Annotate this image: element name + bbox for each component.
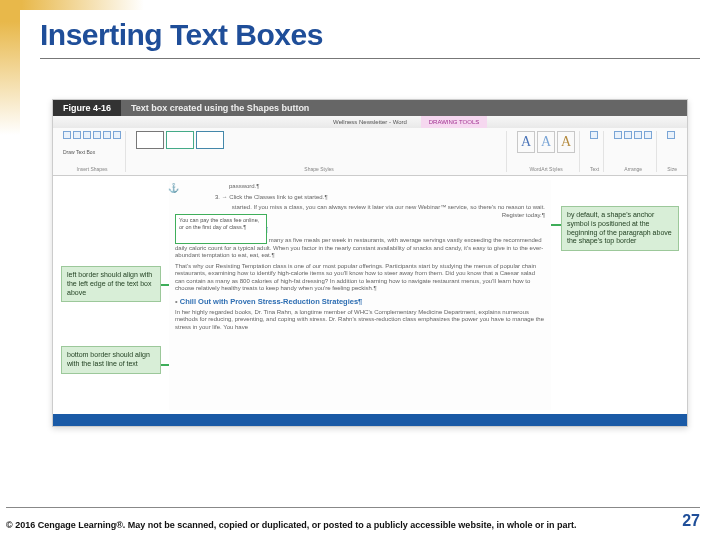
shape-icon — [103, 131, 111, 139]
callout-left-border: left border should align with the left e… — [61, 266, 161, 302]
ribbon-group-insert-shapes: Draw Text Box Insert Shapes — [59, 131, 126, 172]
heading-chill-out: Chill Out with Proven Stress-Reduction S… — [175, 297, 545, 306]
word-titlebar: Wellness Newsletter - Word DRAWING TOOLS — [53, 116, 687, 128]
shape-style-preset — [136, 131, 164, 149]
ribbon-group-label: Insert Shapes — [63, 166, 121, 172]
shape-icon — [73, 131, 81, 139]
arrange-icon — [624, 131, 632, 139]
document-area: left border should align with the left e… — [59, 176, 681, 414]
slide-accent-vertical — [0, 0, 20, 540]
anchor-icon: ⚓ — [168, 183, 179, 193]
ribbon-group-label: Size — [667, 166, 677, 172]
figure: Figure 4-16 Text box created using the S… — [52, 99, 688, 427]
arrange-icon — [634, 131, 642, 139]
body-text: That's why our Resisting Temptation clas… — [175, 263, 545, 293]
slide-content: Inserting Text Boxes Figure 4-16 Text bo… — [40, 18, 700, 427]
shape-icon — [83, 131, 91, 139]
ribbon-group-label: Text — [590, 166, 599, 172]
ribbon-group-arrange: Arrange — [610, 131, 657, 172]
ribbon-group-text: Text — [586, 131, 604, 172]
shape-icon — [93, 131, 101, 139]
ribbon-group-size: Size — [663, 131, 681, 172]
ribbon-group-shape-styles: Shape Styles — [132, 131, 507, 172]
callout-anchor: by default, a shape's anchor symbol is p… — [561, 206, 679, 251]
page-number: 27 — [682, 512, 700, 530]
ribbon-group-label: WordArt Styles — [517, 166, 575, 172]
body-text: In her highly regarded books, Dr. Tina R… — [175, 309, 545, 332]
figure-number: Figure 4-16 — [53, 100, 121, 116]
arrange-icon — [644, 131, 652, 139]
drawing-tools-tab: DRAWING TOOLS — [421, 116, 488, 128]
callout-bottom-border: bottom border should align with the last… — [61, 346, 161, 374]
slide-footer: © 2016 Cengage Learning®. May not be sca… — [6, 507, 700, 530]
shape-style-preset — [166, 131, 194, 149]
copyright-text: © 2016 Cengage Learning®. May not be sca… — [6, 520, 576, 530]
size-icon — [667, 131, 675, 139]
slide-title: Inserting Text Boxes — [40, 18, 700, 59]
ribbon-group-label: Arrange — [614, 166, 652, 172]
draw-text-box-button: Draw Text Box — [63, 149, 121, 155]
wordart-preset: A — [537, 131, 555, 153]
shape-text: You can pay the class fee online, or on … — [179, 217, 259, 230]
figure-caption-bar: Figure 4-16 Text box created using the S… — [53, 100, 687, 116]
word-window: Wellness Newsletter - Word DRAWING TOOLS… — [53, 116, 687, 426]
text-icon — [590, 131, 598, 139]
body-text: password.¶ — [229, 183, 545, 191]
arrange-icon — [614, 131, 622, 139]
slide-accent-horizontal — [0, 0, 720, 10]
figure-caption: Text box created using the Shapes button — [121, 100, 687, 116]
shape-icon — [113, 131, 121, 139]
body-text: 3. → Click the Classes link to get start… — [215, 194, 545, 202]
ribbon-format-tab: Draw Text Box Insert Shapes Shape Styles… — [53, 128, 687, 176]
word-status-bar — [53, 414, 687, 426]
ribbon-group-label: Shape Styles — [136, 166, 502, 172]
wordart-preset: A — [557, 131, 575, 153]
ribbon-group-wordart-styles: A A A WordArt Styles — [513, 131, 580, 172]
wordart-preset: A — [517, 131, 535, 153]
doc-title: Wellness Newsletter - Word — [333, 119, 407, 125]
shape-style-preset — [196, 131, 224, 149]
document-page: password.¶ 3. → Click the Classes link t… — [169, 180, 551, 410]
shape-icon — [63, 131, 71, 139]
inserted-text-box-shape: You can pay the class fee online, or on … — [175, 214, 267, 244]
